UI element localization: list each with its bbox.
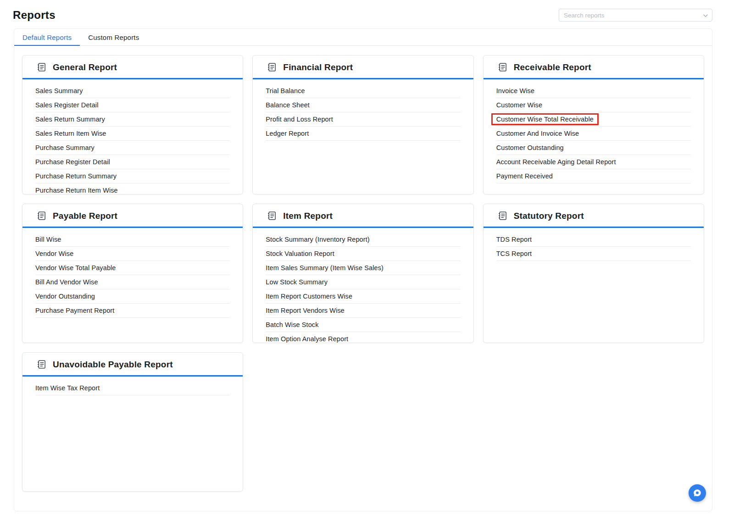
card-header: Unavoidable Payable Report — [22, 353, 243, 377]
report-list-item[interactable]: Item Wise Tax Report — [35, 381, 230, 395]
top-bar: Reports — [0, 0, 756, 28]
report-item-label: Purchase Payment Report — [35, 307, 114, 314]
card-title: Unavoidable Payable Report — [53, 360, 173, 370]
report-card: Payable Report Bill WiseVendor WiseVendo… — [22, 204, 243, 343]
report-item-label: Ledger Report — [266, 130, 309, 137]
report-card: General Report Sales SummarySales Regist… — [22, 55, 243, 194]
report-item-label: Sales Register Detail — [35, 101, 99, 109]
report-list-item[interactable]: Balance Sheet — [266, 98, 460, 112]
report-list-item[interactable]: Item Sales Summary (Item Wise Sales) — [266, 261, 460, 275]
report-list-item[interactable]: Stock Summary (Inventory Report) — [266, 233, 460, 247]
report-list-item[interactable]: Customer Wise — [496, 98, 691, 112]
report-item-label: Account Receivable Aging Detail Report — [496, 158, 616, 166]
report-list-item[interactable]: Vendor Outstanding — [35, 289, 230, 304]
report-item-label: Stock Valuation Report — [266, 250, 334, 257]
report-icon — [36, 359, 47, 370]
report-list-item[interactable]: Item Report Customers Wise — [266, 289, 460, 304]
report-list-item[interactable]: Bill Wise — [35, 233, 230, 247]
report-list-item[interactable]: Purchase Register Detail — [35, 155, 230, 169]
report-card: Unavoidable Payable Report Item Wise Tax… — [22, 352, 243, 492]
report-list-item[interactable]: Trial Balance — [266, 84, 460, 98]
report-item-label: Sales Return Item Wise — [35, 130, 106, 137]
report-list-item[interactable]: TDS Report — [496, 233, 691, 247]
report-list-item[interactable]: Item Report Vendors Wise — [266, 304, 460, 318]
report-item-label: Item Wise Tax Report — [35, 384, 100, 392]
report-list-item[interactable]: Purchase Summary — [35, 141, 230, 155]
report-icon — [36, 62, 47, 72]
report-item-label: Payment Received — [496, 172, 553, 180]
report-list-item[interactable]: Customer Outstanding — [496, 141, 691, 155]
report-item-label: Low Stock Summary — [266, 278, 328, 286]
card-title: Payable Report — [53, 211, 117, 221]
report-item-label: Batch Wise Stock — [266, 321, 318, 328]
report-list-item[interactable]: Sales Summary — [35, 84, 230, 98]
tab-bar: Default Reports Custom Reports — [14, 29, 712, 46]
tab-default-reports[interactable]: Default Reports — [14, 29, 80, 46]
report-list-item[interactable]: Payment Received — [496, 169, 691, 183]
report-item-label: Purchase Register Detail — [35, 158, 110, 166]
report-item-label: TDS Report — [496, 236, 532, 243]
report-item-label: Purchase Return Item Wise — [35, 187, 118, 194]
report-list: Stock Summary (Inventory Report)Stock Va… — [253, 228, 473, 343]
report-list-item[interactable]: Purchase Return Summary — [35, 169, 230, 183]
card-header: Receivable Report — [484, 55, 704, 79]
card-header: Payable Report — [22, 204, 243, 228]
report-list-item[interactable]: Item Option Analyse Report — [266, 332, 460, 343]
page-title: Reports — [13, 9, 56, 22]
report-item-label: Bill And Vendor Wise — [35, 278, 98, 286]
report-item-label: Bill Wise — [35, 236, 61, 243]
report-list-item[interactable]: TCS Report — [496, 247, 691, 261]
report-icon — [497, 211, 508, 221]
reports-panel: Default Reports Custom Reports General R… — [14, 28, 712, 511]
search-reports-box[interactable] — [559, 9, 712, 22]
report-item-label: TCS Report — [496, 250, 532, 257]
report-list: TDS ReportTCS Report — [484, 228, 704, 343]
report-item-label: Customer Wise — [496, 101, 542, 109]
reports-page: Reports Default Reports Custom Reports — [0, 0, 756, 511]
chat-bubble-button[interactable] — [689, 484, 706, 502]
report-list: Trial BalanceBalance SheetProfit and Los… — [253, 79, 473, 194]
report-card: Statutory Report TDS ReportTCS Report — [483, 204, 704, 343]
report-list-item[interactable]: Sales Return Item Wise — [35, 127, 230, 141]
report-list-item[interactable]: Purchase Return Item Wise — [35, 183, 230, 194]
report-item-label: Trial Balance — [266, 87, 305, 94]
report-item-label: Customer Outstanding — [496, 144, 564, 151]
report-list-item[interactable]: Purchase Payment Report — [35, 304, 230, 318]
report-list: Invoice WiseCustomer WiseCustomer Wise T… — [484, 79, 704, 194]
report-item-label: Purchase Return Summary — [35, 172, 117, 180]
chevron-down-icon — [702, 12, 709, 19]
report-item-label: Vendor Wise — [35, 250, 73, 257]
highlighted-report-item: Customer Wise Total Receivable — [491, 113, 599, 125]
report-list-item[interactable]: Customer Wise Total Receivable — [496, 112, 691, 127]
report-item-label: Sales Return Summary — [35, 116, 105, 123]
report-item-label: Sales Summary — [35, 87, 83, 94]
report-list-item[interactable]: Sales Register Detail — [35, 98, 230, 112]
report-icon — [36, 211, 47, 221]
report-card: Item Report Stock Summary (Inventory Rep… — [252, 204, 473, 343]
report-list: Sales SummarySales Register DetailSales … — [22, 79, 243, 194]
report-list: Bill WiseVendor WiseVendor Wise Total Pa… — [22, 228, 243, 343]
report-list-item[interactable]: Vendor Wise Total Payable — [35, 261, 230, 275]
report-list-item[interactable]: Customer And Invoice Wise — [496, 127, 691, 141]
report-list-item[interactable]: Batch Wise Stock — [266, 318, 460, 332]
report-list-item[interactable]: Bill And Vendor Wise — [35, 275, 230, 289]
card-title: General Report — [53, 62, 117, 72]
chat-bubble-icon — [692, 488, 702, 498]
report-list-item[interactable]: Profit and Loss Report — [266, 112, 460, 127]
tab-custom-reports[interactable]: Custom Reports — [80, 29, 147, 45]
report-list-item[interactable]: Stock Valuation Report — [266, 247, 460, 261]
card-header: Statutory Report — [484, 204, 704, 228]
report-list-item[interactable]: Low Stock Summary — [266, 275, 460, 289]
report-item-label: Invoice Wise — [496, 87, 534, 94]
report-icon — [497, 62, 508, 72]
report-list-item[interactable]: Sales Return Summary — [35, 112, 230, 127]
report-card: Receivable Report Invoice WiseCustomer W… — [483, 55, 704, 194]
report-list-item[interactable]: Ledger Report — [266, 127, 460, 141]
report-item-label: Customer And Invoice Wise — [496, 130, 579, 137]
report-list-item[interactable]: Vendor Wise — [35, 247, 230, 261]
report-list-item[interactable]: Account Receivable Aging Detail Report — [496, 155, 691, 169]
card-title: Financial Report — [283, 62, 353, 72]
search-input[interactable] — [559, 9, 712, 21]
report-item-label: Item Sales Summary (Item Wise Sales) — [266, 264, 384, 272]
report-list-item[interactable]: Invoice Wise — [496, 84, 691, 98]
